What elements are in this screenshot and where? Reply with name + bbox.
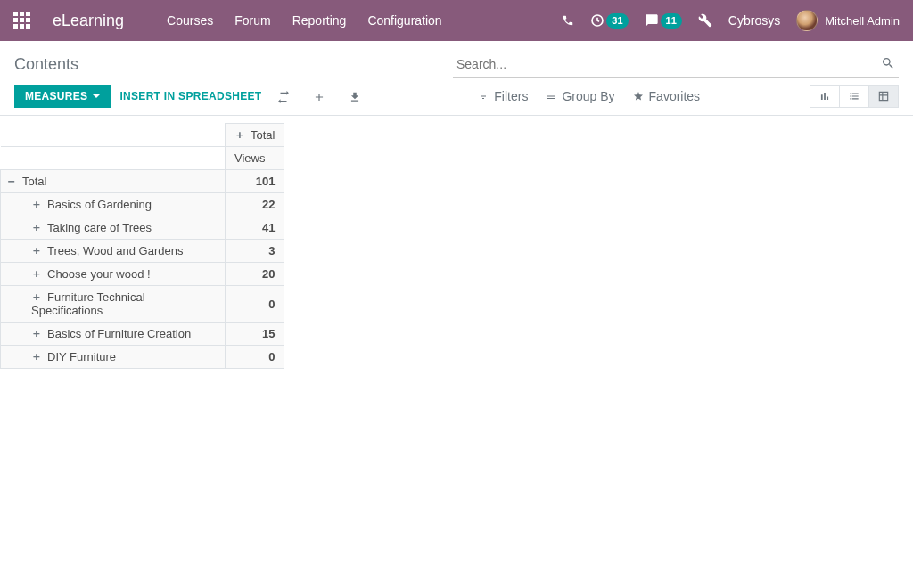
group-by-label: Group By: [562, 89, 614, 103]
row-value: 101: [226, 170, 284, 193]
plus-icon: +: [31, 221, 42, 234]
company-selector[interactable]: Cybrosys: [728, 13, 780, 28]
row-value: 15: [226, 323, 284, 346]
plus-icon: +: [31, 267, 42, 281]
list-icon: [546, 91, 556, 102]
row-header-1[interactable]: +Taking care of Trees: [1, 216, 226, 240]
funnel-icon: [478, 91, 489, 102]
nav-reporting[interactable]: Reporting: [292, 13, 347, 28]
row-label: Basics of Furniture Creation: [47, 327, 191, 340]
plus-icon: +: [31, 290, 42, 304]
pivot-table: +Total Views −Total101+Basics of Gardeni…: [0, 123, 284, 369]
star-icon: [633, 91, 644, 102]
group-by-button[interactable]: Group By: [546, 89, 614, 103]
favorites-label: Favorites: [649, 89, 701, 103]
col-total-header[interactable]: +Total: [226, 124, 284, 147]
row-label: Taking care of Trees: [47, 221, 152, 234]
row-header-total[interactable]: −Total: [1, 170, 226, 193]
row-value: 41: [226, 216, 284, 240]
row-value: 3: [226, 240, 284, 263]
filters-label: Filters: [494, 89, 528, 103]
plus-icon: +: [31, 198, 42, 211]
view-pivot-button[interactable]: [869, 85, 899, 108]
row-value: 20: [226, 263, 284, 286]
plus-icon: +: [234, 128, 245, 142]
user-menu[interactable]: Mitchell Admin: [796, 10, 900, 31]
measures-label: MEASURES: [25, 90, 87, 102]
row-header-0[interactable]: +Basics of Gardening: [1, 193, 226, 216]
filters-button[interactable]: Filters: [478, 89, 528, 103]
phone-icon[interactable]: [562, 14, 574, 27]
row-value: 0: [226, 286, 284, 323]
plus-icon: +: [31, 327, 42, 340]
pivot-area: +Total Views −Total101+Basics of Gardeni…: [0, 116, 913, 369]
nav-courses[interactable]: Courses: [167, 13, 213, 28]
view-list-button[interactable]: [840, 85, 869, 108]
row-label: Trees, Wood and Gardens: [47, 244, 183, 257]
row-label: Furniture Technical Specifications: [31, 290, 145, 317]
row-header-6[interactable]: +DIY Furniture: [1, 346, 226, 369]
row-label: DIY Furniture: [47, 350, 116, 363]
row-header-3[interactable]: +Choose your wood !: [1, 263, 226, 286]
activities-icon[interactable]: 31: [590, 13, 628, 29]
row-header-2[interactable]: +Trees, Wood and Gardens: [1, 240, 226, 263]
view-graph-button[interactable]: [810, 85, 840, 108]
row-header-5[interactable]: +Basics of Furniture Creation: [1, 323, 226, 346]
nav-forum[interactable]: Forum: [234, 13, 270, 28]
row-value: 22: [226, 193, 284, 216]
measures-button[interactable]: MEASURES: [14, 85, 111, 108]
messages-badge: 11: [661, 13, 682, 29]
row-label: Choose your wood !: [47, 267, 151, 281]
tools-icon[interactable]: [698, 13, 712, 28]
row-label: Basics of Gardening: [47, 198, 152, 211]
favorites-button[interactable]: Favorites: [633, 89, 701, 103]
user-name: Mitchell Admin: [825, 14, 900, 28]
avatar: [796, 10, 818, 31]
breadcrumb: Contents: [14, 52, 78, 74]
measure-header[interactable]: Views: [226, 147, 284, 170]
row-header-4[interactable]: +Furniture Technical Specifications: [1, 286, 226, 323]
search-icon[interactable]: [881, 55, 895, 70]
plus-icon: +: [31, 350, 42, 363]
apps-icon[interactable]: [13, 12, 31, 29]
nav-configuration[interactable]: Configuration: [367, 13, 441, 28]
app-brand[interactable]: eLearning: [53, 12, 124, 30]
search-input[interactable]: [453, 52, 899, 78]
minus-icon: −: [6, 175, 17, 188]
view-switcher: [810, 85, 899, 108]
flip-axis-icon[interactable]: [270, 86, 297, 107]
col-total-label: Total: [251, 128, 275, 142]
top-navbar: eLearning Courses Forum Reporting Config…: [0, 0, 913, 41]
expand-all-icon[interactable]: [306, 86, 333, 107]
plus-icon: +: [31, 244, 42, 257]
download-icon[interactable]: [341, 86, 368, 107]
row-value: 0: [226, 346, 284, 369]
caret-down-icon: [93, 94, 100, 98]
nav-menu: Courses Forum Reporting Configuration: [167, 13, 562, 28]
control-panel: Contents MEASURES INSERT IN SPREADSHEET: [0, 41, 913, 116]
row-label: Total: [22, 175, 46, 188]
activities-badge: 31: [606, 13, 628, 29]
messages-icon[interactable]: 11: [645, 13, 682, 29]
insert-spreadsheet-button[interactable]: INSERT IN SPREADSHEET: [119, 90, 261, 102]
nav-right: 31 11 Cybrosys Mitchell Admin: [562, 10, 900, 31]
search-wrap: [453, 52, 899, 78]
